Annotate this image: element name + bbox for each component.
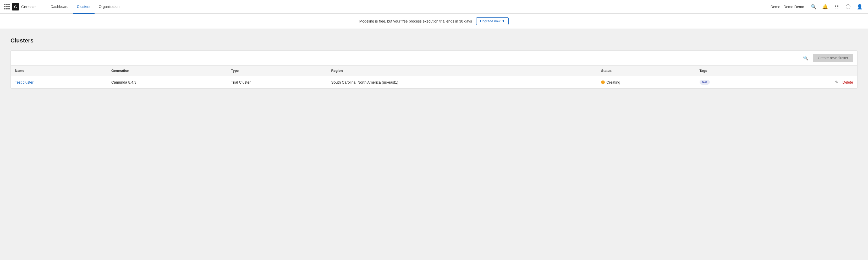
clusters-table: Name Generation Type Region Status Tags …: [11, 65, 857, 88]
cell-cluster-name: Test cluster: [11, 76, 107, 89]
cell-generation: Camunda 8.4.3: [107, 76, 227, 89]
col-actions: [762, 65, 857, 76]
top-nav: C Console Dashboard Clusters Organizatio…: [0, 0, 868, 13]
status-dot-icon: [601, 81, 605, 84]
nav-link-dashboard[interactable]: Dashboard: [46, 0, 73, 13]
col-type: Type: [227, 65, 327, 76]
banner-message: Modeling is free, but your free process …: [359, 19, 472, 23]
nav-divider: [42, 4, 42, 10]
page-title: Clusters: [10, 37, 858, 44]
cluster-name-link[interactable]: Test cluster: [15, 80, 33, 84]
table-body: Test cluster Camunda 8.4.3 Trial Cluster…: [11, 76, 857, 89]
col-tags: Tags: [695, 65, 762, 76]
nav-link-clusters[interactable]: Clusters: [73, 0, 95, 13]
upgrade-label: Upgrade now: [480, 19, 500, 23]
col-status: Status: [597, 65, 695, 76]
search-clusters-icon[interactable]: 🔍: [802, 54, 810, 62]
col-region: Region: [327, 65, 597, 76]
col-name: Name: [11, 65, 107, 76]
app-name: Console: [21, 4, 36, 9]
notifications-icon[interactable]: 🔔: [821, 3, 829, 11]
status-label: Creating: [606, 80, 620, 84]
main-content: Clusters 🔍 Create new cluster Name Gener…: [0, 29, 868, 97]
table-header: Name Generation Type Region Status Tags: [11, 65, 857, 76]
nav-user-label: Demo - Demo Demo: [771, 5, 804, 9]
apps-grid-icon[interactable]: [4, 4, 10, 9]
cell-status: Creating: [597, 76, 695, 89]
upgrade-icon: ⬆: [502, 19, 505, 23]
upgrade-now-button[interactable]: Upgrade now ⬆: [476, 17, 509, 25]
dashboard-icon[interactable]: ☷: [832, 3, 841, 11]
trial-banner: Modeling is free, but your free process …: [0, 13, 868, 29]
nav-links: Dashboard Clusters Organization: [46, 0, 124, 13]
cell-tags: test: [695, 76, 762, 89]
search-icon-nav[interactable]: 🔍: [809, 3, 818, 11]
col-generation: Generation: [107, 65, 227, 76]
logo-area: C Console: [4, 3, 36, 10]
nav-right: Demo - Demo Demo 🔍 🔔 ☷ ⓘ 👤: [771, 3, 864, 11]
cell-region: South Carolina, North America (us-east1): [327, 76, 597, 89]
tag-badge: test: [700, 80, 710, 85]
cell-actions: ✎ Delete: [762, 76, 857, 89]
help-icon[interactable]: ⓘ: [844, 3, 852, 11]
delete-cluster-button[interactable]: Delete: [843, 80, 853, 84]
table-row: Test cluster Camunda 8.4.3 Trial Cluster…: [11, 76, 857, 89]
row-actions: ✎ Delete: [766, 80, 853, 85]
profile-icon[interactable]: 👤: [856, 3, 864, 11]
create-cluster-button[interactable]: Create new cluster: [813, 54, 853, 62]
status-creating: Creating: [601, 80, 691, 84]
clusters-toolbar: 🔍 Create new cluster: [11, 51, 857, 65]
edit-cluster-icon[interactable]: ✎: [835, 80, 838, 85]
nav-link-organization[interactable]: Organization: [95, 0, 124, 13]
clusters-card: 🔍 Create new cluster Name Generation Typ…: [10, 50, 858, 89]
cell-type: Trial Cluster: [227, 76, 327, 89]
brand-icon: C: [12, 3, 19, 10]
